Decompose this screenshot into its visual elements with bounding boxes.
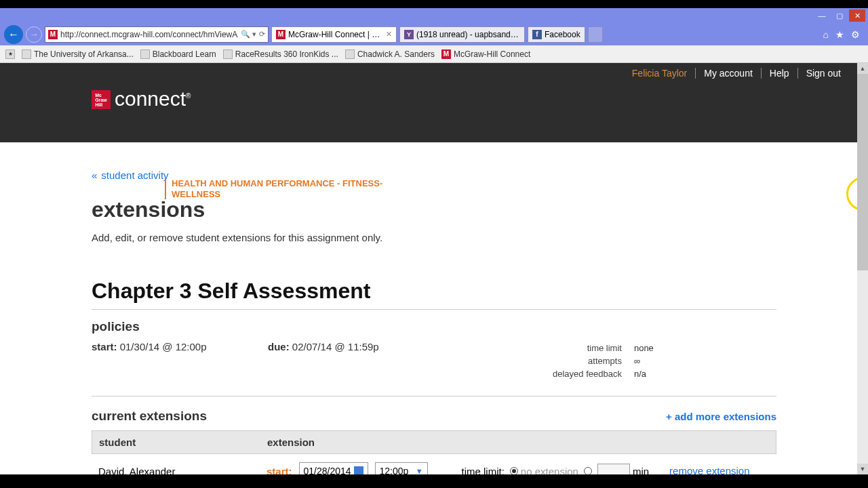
start-label: start: (267, 466, 292, 475)
user-name[interactable]: Felicia Taylor (624, 68, 695, 79)
window-titlebar: — ▢ ✕ (0, 8, 868, 23)
time-limit-label: time limit: (462, 466, 505, 475)
bookmarks-bar: ★ The University of Arkansa... Blackboar… (0, 45, 868, 63)
radio-custom-min[interactable] (584, 467, 592, 474)
policies-heading: policies (92, 319, 776, 334)
sign-out-link[interactable]: Sign out (797, 68, 849, 79)
account-bar: Felicia Taylor My account Help Sign out (0, 63, 868, 83)
back-button[interactable]: ← (4, 25, 23, 44)
add-favorite[interactable]: ★ (5, 49, 15, 59)
forward-button[interactable]: → (26, 26, 42, 43)
tab-mcgraw[interactable]: M McGraw-Hill Connect | Edit ... ✕ (271, 26, 397, 43)
address-bar[interactable]: M 🔍 ▾ ⟳ (45, 26, 269, 43)
dropdown-icon[interactable]: ▼ (416, 467, 423, 474)
site-header: McGrawHill connect® (0, 83, 868, 142)
scroll-up-button[interactable]: ▲ (857, 63, 868, 74)
connect-logo: connect® (115, 87, 191, 110)
back-arrow-icon: « (92, 169, 97, 181)
home-icon[interactable]: ⌂ (823, 29, 829, 40)
search-dropdown-icon[interactable]: 🔍 ▾ (241, 30, 256, 39)
page-title: extensions (92, 197, 776, 222)
tab-favicon: f (532, 30, 542, 39)
close-button[interactable]: ✕ (849, 9, 865, 22)
tools-icon[interactable]: ⚙ (851, 29, 860, 40)
policy-start: start: 01/30/14 @ 12:00p (92, 341, 268, 381)
tab-yahoo[interactable]: Y (1918 unread) - uapbsanders - ... (399, 26, 525, 43)
tab-label: McGraw-Hill Connect | Edit ... (288, 30, 383, 39)
th-extension: extension (267, 436, 315, 448)
tab-close-icon[interactable]: ✕ (386, 30, 392, 39)
bookmark-item[interactable]: MMcGraw-Hill Connect (441, 49, 530, 59)
calendar-icon[interactable] (354, 466, 363, 474)
my-account-link[interactable]: My account (695, 68, 761, 79)
bookmark-item[interactable]: Chadwick A. Sanders (345, 49, 435, 59)
start-time-input[interactable]: 12:00p ▼ (375, 462, 428, 474)
scroll-down-button[interactable]: ▼ (857, 464, 868, 474)
bookmark-favicon: M (441, 49, 451, 59)
student-name: David, Alexander (98, 466, 267, 475)
page-content: Felicia Taylor My account Help Sign out … (0, 63, 868, 474)
tab-favicon: M (276, 30, 285, 39)
refresh-icon[interactable]: ⟳ (259, 30, 265, 39)
policy-due: due: 02/07/14 @ 11:59p (268, 341, 451, 381)
bookmark-item[interactable]: RaceResults 360 IronKids ... (223, 49, 338, 59)
scroll-thumb[interactable] (857, 74, 868, 270)
add-more-extensions-link[interactable]: + add more extensions (666, 411, 776, 422)
policy-details: time limitnone attempts∞ delayed feedbac… (546, 341, 776, 381)
maximize-button[interactable]: ▢ (831, 9, 848, 22)
assignment-title: Chapter 3 Self Assessment (92, 279, 776, 310)
table-header: student extension (92, 430, 776, 454)
start-date-input[interactable]: 01/28/2014 (299, 462, 368, 474)
remove-extension-link[interactable]: remove extension (669, 466, 749, 474)
min-label: min (633, 466, 649, 475)
new-tab-button[interactable] (588, 26, 603, 43)
extension-row: David, Alexander start: 01/28/2014 12:00… (92, 454, 776, 474)
no-extension-label: no extension (521, 466, 578, 475)
tab-label: (1918 unread) - uapbsanders - ... (416, 30, 520, 39)
course-subtitle: HEALTH AND HUMAN PERFORMANCE - FITNESS-W… (165, 178, 389, 199)
page-description: Add, edit, or remove student extensions … (92, 232, 776, 243)
vertical-scrollbar[interactable]: ▲ ▼ (857, 63, 868, 474)
tab-facebook[interactable]: f Facebook (528, 26, 585, 43)
th-student: student (99, 436, 267, 448)
browser-navbar: ← → M 🔍 ▾ ⟳ M McGraw-Hill Connect | Edit… (0, 23, 868, 45)
minutes-input[interactable] (597, 464, 630, 474)
help-link[interactable]: Help (761, 68, 797, 79)
minimize-button[interactable]: — (814, 9, 830, 22)
tab-favicon: Y (404, 30, 414, 39)
radio-no-extension[interactable] (510, 467, 518, 474)
site-favicon: M (48, 30, 58, 39)
bookmark-item[interactable]: The University of Arkansa... (22, 49, 134, 59)
tab-label: Facebook (545, 30, 580, 39)
url-input[interactable] (60, 30, 238, 39)
bookmark-item[interactable]: Blackboard Learn (140, 49, 216, 59)
favorites-icon[interactable]: ★ (835, 29, 844, 40)
mcgraw-logo-icon: McGrawHill (92, 90, 111, 109)
current-extensions-heading: current extensions (92, 409, 207, 424)
